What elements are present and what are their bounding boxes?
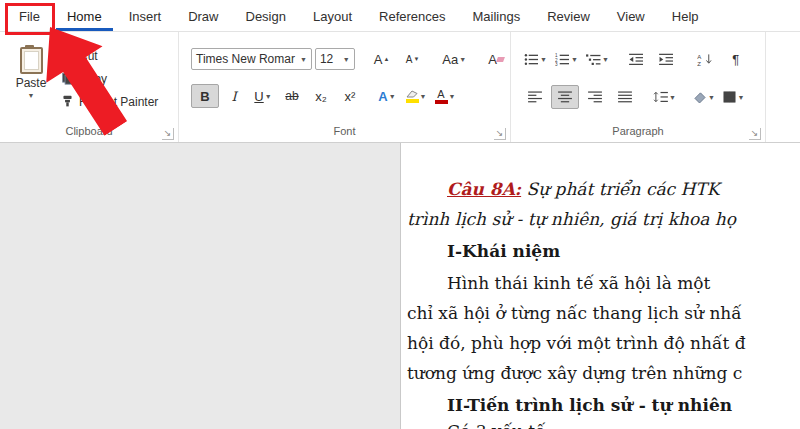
chevron-down-icon: ▼: [459, 56, 466, 63]
file-tab-highlight-box: [5, 3, 55, 35]
justify-icon: [618, 91, 632, 103]
document-partial-line: Có 3 yếu tố: [447, 421, 546, 429]
multilevel-list-button[interactable]: ▼: [583, 47, 612, 71]
tab-draw[interactable]: Draw: [177, 2, 229, 31]
underline-label: U: [254, 89, 263, 104]
highlighter-icon: [406, 90, 419, 103]
line-spacing-icon: [653, 91, 668, 103]
decrease-indent-button[interactable]: [623, 47, 651, 71]
document-line: hội đó, phù hợp với một trình độ nhất đ: [407, 333, 746, 353]
align-left-button[interactable]: [521, 85, 549, 109]
grow-font-label: A: [374, 52, 383, 67]
chevron-down-icon: ▼: [265, 93, 272, 100]
paint-bucket-icon: [693, 91, 707, 103]
italic-button[interactable]: I: [220, 84, 248, 108]
font-name-value: Times New Romar: [196, 52, 295, 66]
numbered-list-icon: 123: [555, 53, 570, 66]
show-formatting-marks-button[interactable]: ¶: [722, 47, 750, 71]
tab-design[interactable]: Design: [235, 2, 297, 31]
underline-button[interactable]: U▼: [249, 84, 277, 108]
shading-button[interactable]: ▼: [690, 85, 718, 109]
grow-font-button[interactable]: A▲: [368, 47, 396, 71]
tab-mailings[interactable]: Mailings: [462, 2, 532, 31]
bold-button[interactable]: B: [191, 84, 219, 108]
subscript-button[interactable]: x₂: [307, 84, 335, 108]
document-canvas: Câu 8A: Sự phát triển các HTK trình lịch…: [0, 143, 800, 429]
svg-text:A: A: [697, 53, 701, 59]
superscript-button[interactable]: x²: [336, 84, 364, 108]
highlight-color-button[interactable]: ▼: [402, 84, 430, 108]
chevron-down-icon: ▼: [708, 94, 715, 101]
document-line: trình lịch sử - tự nhiên, giá trị khoa h…: [407, 209, 736, 229]
numbering-button[interactable]: 123 ▼: [552, 47, 581, 71]
document-line: tương ứng được xây dựng trên những c: [407, 363, 742, 383]
paragraph-group-label: Paragraph: [511, 125, 765, 140]
chevron-down-icon: ▼: [737, 94, 744, 101]
clipboard-dialog-launcher-icon[interactable]: ↘: [162, 128, 174, 140]
text-effects-button[interactable]: A▼: [373, 84, 401, 108]
chevron-down-icon: ▼: [449, 93, 456, 100]
paragraph-dialog-launcher-icon[interactable]: ↘: [749, 128, 761, 140]
tab-review[interactable]: Review: [536, 2, 601, 31]
tab-references[interactable]: References: [368, 2, 456, 31]
font-dialog-launcher-icon[interactable]: ↘: [494, 128, 506, 140]
align-right-icon: [588, 91, 602, 103]
chevron-down-icon: ▼: [28, 92, 35, 99]
chevron-down-icon: ▼: [420, 93, 427, 100]
change-case-button[interactable]: Aa▼: [439, 47, 469, 71]
chevron-down-icon: ▼: [389, 93, 396, 100]
word-app-window: File Home Insert Draw Design Layout Refe…: [0, 0, 800, 429]
line-spacing-button[interactable]: ▼: [650, 85, 679, 109]
chevron-down-icon: ▼: [300, 56, 307, 63]
justify-button[interactable]: [611, 85, 639, 109]
chevron-down-icon: ▼: [571, 56, 578, 63]
svg-text:Z: Z: [697, 60, 701, 65]
increase-indent-button[interactable]: [653, 47, 681, 71]
font-size-combobox[interactable]: 12 ▼: [315, 48, 355, 70]
align-center-button[interactable]: [551, 85, 579, 109]
eraser-icon: [496, 57, 505, 62]
sort-button[interactable]: AZ: [692, 47, 720, 71]
document-title-line: Câu 8A: Sự phát triển các HTK: [447, 179, 719, 199]
document-heading-2: II-Tiến trình lịch sử - tự nhiên: [447, 395, 732, 415]
tab-layout[interactable]: Layout: [302, 2, 363, 31]
font-group: Times New Romar ▼ 12 ▼ A▲ A▼ Aa▼ A B I U…: [179, 32, 511, 142]
align-center-icon: [558, 91, 572, 103]
clear-formatting-button[interactable]: A: [482, 47, 510, 71]
align-right-button[interactable]: [581, 85, 609, 109]
tab-help[interactable]: Help: [661, 2, 710, 31]
document-heading-1: I-Khái niệm: [447, 241, 560, 261]
svg-text:3: 3: [555, 62, 558, 66]
shrink-font-label: A: [406, 54, 413, 65]
down-caret-icon: ▼: [413, 56, 419, 62]
title-rest-text: Sự phát triển các HTK: [521, 179, 719, 199]
tab-view[interactable]: View: [606, 2, 656, 31]
paragraph-group: ▼ 123 ▼ ▼ AZ: [511, 32, 766, 142]
tab-insert[interactable]: Insert: [118, 2, 173, 31]
up-caret-icon: ▲: [383, 56, 389, 62]
font-color-button[interactable]: A ▼: [431, 84, 459, 108]
increase-indent-icon: [659, 53, 674, 66]
paste-label: Paste: [16, 76, 47, 90]
document-page[interactable]: Câu 8A: Sự phát triển các HTK trình lịch…: [400, 143, 800, 429]
shrink-font-button[interactable]: A▼: [399, 47, 427, 71]
font-color-icon: A: [435, 89, 448, 104]
chevron-down-icon: ▼: [343, 56, 350, 63]
chevron-down-icon: ▼: [602, 56, 609, 63]
font-name-combobox[interactable]: Times New Romar ▼: [191, 48, 312, 70]
borders-grid-icon: [723, 91, 736, 103]
align-left-icon: [528, 91, 542, 103]
borders-button[interactable]: ▼: [720, 85, 748, 109]
sort-az-icon: AZ: [697, 53, 714, 66]
bullets-button[interactable]: ▼: [521, 47, 550, 71]
ribbon-tab-bar: File Home Insert Draw Design Layout Refe…: [0, 0, 800, 32]
document-line: chỉ xã hội ở từng nấc thang lịch sử nhấ: [407, 303, 742, 323]
title-lead-text: Câu 8A:: [447, 179, 521, 199]
font-size-value: 12: [320, 52, 333, 66]
strikethrough-button[interactable]: ab: [278, 84, 306, 108]
document-line: Hình thái kinh tế xã hội là một: [447, 273, 710, 293]
change-case-label: Aa: [442, 52, 458, 67]
font-group-label: Font: [179, 125, 510, 140]
decrease-indent-icon: [629, 53, 644, 66]
clear-formatting-label: A: [488, 52, 497, 67]
